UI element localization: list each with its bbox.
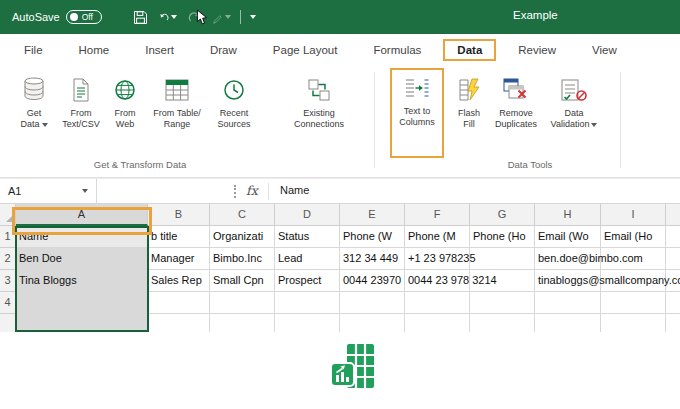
- tab-draw[interactable]: Draw: [196, 39, 251, 61]
- column-header[interactable]: I: [601, 204, 666, 226]
- cell[interactable]: Status: [275, 226, 340, 248]
- button-from-web[interactable]: FromWeb: [104, 70, 146, 156]
- column-header[interactable]: E: [340, 204, 405, 226]
- autosave-toggle[interactable]: Off: [66, 10, 102, 24]
- row-header[interactable]: 2: [0, 248, 16, 270]
- row-header[interactable]: [0, 314, 16, 332]
- cell[interactable]: Email (Ho: [601, 226, 666, 248]
- column-header[interactable]: C: [210, 204, 275, 226]
- cell[interactable]: ben.doe@bimbo.com: [535, 248, 601, 270]
- cell[interactable]: +1 23 978235: [405, 248, 470, 270]
- cell[interactable]: Small Cpn: [210, 270, 275, 292]
- cell[interactable]: [470, 248, 535, 270]
- cell[interactable]: [210, 314, 275, 332]
- cell[interactable]: Manager: [148, 248, 210, 270]
- ribbon: GetData FromText/CSV FromWeb From Table/…: [0, 66, 680, 178]
- column-header-a[interactable]: A: [16, 204, 148, 226]
- cell[interactable]: [535, 314, 601, 332]
- cell[interactable]: b title: [148, 226, 210, 248]
- connections-icon: [307, 75, 331, 105]
- select-all-corner[interactable]: [0, 204, 16, 226]
- cell[interactable]: Sales Rep: [148, 270, 210, 292]
- cell[interactable]: [666, 248, 680, 270]
- cell[interactable]: [666, 226, 680, 248]
- cell[interactable]: [601, 292, 666, 314]
- cell[interactable]: [148, 292, 210, 314]
- cell[interactable]: [340, 292, 405, 314]
- chevron-down-icon: [591, 123, 597, 127]
- column-header[interactable]: G: [470, 204, 535, 226]
- chevron-down-icon[interactable]: [171, 15, 177, 19]
- cell[interactable]: Phone (M: [405, 226, 470, 248]
- cell[interactable]: [405, 292, 470, 314]
- row-header[interactable]: 4: [0, 292, 16, 314]
- column-header[interactable]: D: [275, 204, 340, 226]
- button-data-validation[interactable]: DataValidation: [544, 70, 604, 156]
- cell[interactable]: [405, 314, 470, 332]
- tab-review[interactable]: Review: [504, 39, 570, 61]
- cell[interactable]: Lead: [275, 248, 340, 270]
- cell[interactable]: 0044 23 978 3214: [405, 270, 470, 292]
- button-text-to-columns[interactable]: Text toColumns: [390, 68, 444, 158]
- cell[interactable]: Prospect: [275, 270, 340, 292]
- undo-icon[interactable]: [159, 9, 177, 25]
- cell[interactable]: [148, 314, 210, 332]
- button-recent-sources[interactable]: RecentSources: [208, 70, 260, 156]
- chevron-down-icon[interactable]: [82, 189, 88, 193]
- formula-input[interactable]: Name: [280, 184, 309, 196]
- button-from-table-range[interactable]: From Table/Range: [146, 70, 208, 156]
- chevron-down-icon[interactable]: [225, 15, 231, 19]
- toolbar-separator: [240, 10, 241, 24]
- cell[interactable]: Tina Bloggs: [16, 270, 148, 292]
- cell[interactable]: 312 34 449: [340, 248, 405, 270]
- grip-dots-icon: [234, 185, 236, 198]
- customize-toolbar-chevron-icon[interactable]: [250, 15, 256, 19]
- cell[interactable]: [340, 314, 405, 332]
- button-remove-duplicates[interactable]: RemoveDuplicates: [490, 70, 542, 156]
- name-box[interactable]: A1: [0, 179, 97, 203]
- cell[interactable]: Organizati: [210, 226, 275, 248]
- cell[interactable]: Email (Wo: [535, 226, 601, 248]
- column-header[interactable]: F: [405, 204, 470, 226]
- column-header[interactable]: B: [148, 204, 210, 226]
- tab-file[interactable]: File: [10, 39, 57, 61]
- cell[interactable]: [470, 314, 535, 332]
- cell[interactable]: Bimbo.Inc: [210, 248, 275, 270]
- cell[interactable]: tinabloggs@smallcompany.com: [535, 270, 601, 292]
- bottom-band: [0, 332, 680, 409]
- cell[interactable]: Phone (W: [340, 226, 405, 248]
- row-header[interactable]: 3: [0, 270, 16, 292]
- tab-home[interactable]: Home: [65, 39, 124, 61]
- save-icon[interactable]: [132, 9, 150, 25]
- cell[interactable]: [666, 314, 680, 332]
- cell[interactable]: Phone (Ho: [470, 226, 535, 248]
- tab-formulas[interactable]: Formulas: [359, 39, 435, 61]
- tab-view[interactable]: View: [578, 39, 631, 61]
- cell[interactable]: [275, 314, 340, 332]
- button-flash-fill[interactable]: FlashFill: [448, 70, 490, 156]
- cell[interactable]: [470, 292, 535, 314]
- cell[interactable]: [666, 292, 680, 314]
- cell[interactable]: [210, 292, 275, 314]
- tab-page-layout[interactable]: Page Layout: [259, 39, 352, 61]
- button-from-text-csv[interactable]: FromText/CSV: [58, 70, 104, 156]
- row-header[interactable]: 1: [0, 226, 16, 248]
- cell[interactable]: [601, 314, 666, 332]
- button-label: GetData: [20, 108, 47, 130]
- cell[interactable]: [16, 314, 148, 332]
- cell[interactable]: Ben Doe: [16, 248, 148, 270]
- tab-data[interactable]: Data: [443, 39, 496, 61]
- cell[interactable]: [275, 292, 340, 314]
- button-existing-connections[interactable]: ExistingConnections: [284, 70, 354, 156]
- title-bar: AutoSave Off Example: [0, 0, 680, 34]
- cell[interactable]: [535, 292, 601, 314]
- cell[interactable]: Name: [16, 226, 148, 248]
- cell[interactable]: 0044 23970: [340, 270, 405, 292]
- button-get-data[interactable]: GetData: [10, 70, 58, 156]
- column-header: [666, 204, 680, 226]
- cell[interactable]: [16, 292, 148, 314]
- fx-icon[interactable]: fx: [246, 183, 258, 198]
- tab-insert[interactable]: Insert: [131, 39, 188, 61]
- clock-icon: [222, 75, 246, 105]
- column-header[interactable]: H: [535, 204, 601, 226]
